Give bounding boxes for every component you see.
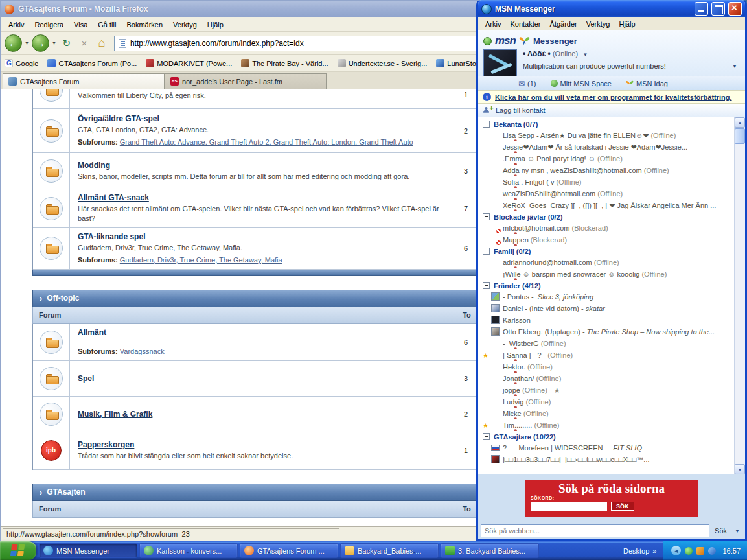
- forum-link[interactable]: Musik, Film & Grafik: [78, 410, 449, 419]
- contact-list-row[interactable]: |□□1□□3□3□□7□□| |□□•□□i□□w□□e□□X□□™... |…: [478, 454, 734, 465]
- desktop-chevron-icon[interactable]: »: [652, 547, 656, 555]
- msn-menu-item[interactable]: Arkiv: [481, 19, 505, 29]
- contact-list-row[interactable]: adriannorlund@hotmail.com adriannorlund@…: [478, 257, 734, 268]
- close-button[interactable]: [728, 2, 742, 16]
- contact-list-row[interactable]: ¡Wille ☺ barspin med snowracer ☺ kooolig…: [478, 268, 734, 280]
- hide-icons-chevron[interactable]: ◄: [671, 546, 681, 555]
- firefox-menu-item[interactable]: Visa: [69, 19, 93, 30]
- web-search-input[interactable]: [481, 524, 709, 537]
- taskbar-button[interactable]: MSN Messenger: [39, 543, 137, 558]
- home-button[interactable]: ⌂: [94, 36, 109, 51]
- tray-notification-icon[interactable]: [696, 547, 704, 555]
- url-text[interactable]: http://www.gtasajten.com/forum/index.php…: [130, 39, 304, 48]
- msn-menu-item[interactable]: Kontakter: [505, 19, 545, 29]
- contact-list-row[interactable]: mfcbot@hotmail.com mfcbot@hotmail.com (B…: [478, 222, 734, 234]
- firefox-menu-item[interactable]: Gå till: [93, 19, 121, 30]
- bookmark-item[interactable]: Google: [5, 59, 38, 67]
- start-button[interactable]: [0, 541, 36, 560]
- group-collapse-icon[interactable]: [483, 248, 490, 255]
- add-contact-row[interactable]: Lägg till kontakt: [478, 104, 745, 117]
- browser-tab[interactable]: nor_adde's User Page - Last.fm: [165, 73, 327, 89]
- ad-banner[interactable]: Sök på röda sidorna SÖKORD: SÖK: [525, 480, 698, 517]
- forward-dropdown-icon[interactable]: ▼: [52, 41, 56, 45]
- contact-list-row[interactable]: .Emma ☺ Pool paryt idag! ☺ .Emma ☺ Pool …: [478, 153, 734, 165]
- firefox-menu-item[interactable]: Redigera: [29, 19, 69, 30]
- contact-list-row[interactable]: Adda ny msn , weaZisDashiiit@hotmail.com…: [478, 165, 734, 176]
- scroll-thumb[interactable]: [735, 128, 745, 144]
- scroll-up-icon[interactable]: ▲: [735, 117, 745, 128]
- contact-list-row[interactable]: Blockade jävlar (0/2) Blockade jävlar (0…: [478, 211, 734, 222]
- contact-list-row[interactable]: Lisa Sepp - Arsén★ Du va jätte fin ELLEN…: [478, 130, 734, 141]
- contact-list-row[interactable]: Ludvig Ludvig (Offline): [478, 396, 734, 408]
- group-collapse-icon[interactable]: [483, 213, 490, 220]
- group-collapse-icon[interactable]: [483, 121, 490, 128]
- contact-list-row[interactable]: Otto Ekberg. (Upptagen) - Otto Ekberg. (…: [478, 326, 734, 338]
- forum-link[interactable]: Modding: [78, 161, 449, 170]
- contact-list-row[interactable]: Hektor. Hektor. (Offline): [478, 361, 734, 373]
- firefox-menu-item[interactable]: Arkiv: [3, 19, 29, 30]
- taskbar-button[interactable]: Karlsson - konvers...: [139, 543, 238, 558]
- subforum-links[interactable]: Grand Theft Auto: Advance, Grand Theft A…: [120, 138, 413, 146]
- forum-link[interactable]: Papperskorgen: [78, 440, 449, 449]
- back-button[interactable]: ←: [5, 34, 22, 52]
- taskbar-button[interactable]: GTAsajtens Forum ...: [240, 543, 338, 558]
- firefox-menu-item[interactable]: Verktyg: [168, 19, 202, 30]
- forum-link[interactable]: Övriga/äldre GTA-spel: [78, 114, 449, 123]
- subforum-links[interactable]: Gudfadern, Driv3r, True Crime, The Getaw…: [120, 256, 282, 264]
- mail-link[interactable]: ✉ (1): [518, 79, 536, 88]
- bookmark-item[interactable]: GTAsajtens Forum (Po...: [47, 59, 137, 67]
- group-collapse-icon[interactable]: [483, 433, 490, 440]
- search-dropdown-icon[interactable]: ▼: [735, 528, 740, 534]
- web-search-button[interactable]: Sök: [715, 527, 727, 535]
- contact-list-row[interactable]: Jonathan/ Jonathan/ (Offline): [478, 373, 734, 384]
- message-dropdown-icon[interactable]: ▼: [732, 64, 740, 69]
- status-dropdown-icon[interactable]: ▼: [582, 52, 588, 58]
- scroll-down-icon[interactable]: ▼: [735, 464, 745, 474]
- ad-search-button[interactable]: SÖK: [611, 502, 634, 511]
- contact-list-row[interactable]: Daniel - (Inte vid datorn) - Daniel - (I…: [478, 303, 734, 314]
- msn-space-link[interactable]: Mitt MSN Space: [551, 80, 612, 88]
- contact-list-row[interactable]: GTAsajtare (10/22) GTAsajtare (10/22): [478, 431, 734, 442]
- taskbar-button[interactable]: 3. Backyard Babies...: [441, 543, 539, 558]
- bookmark-item[interactable]: The Pirate Bay - Värld...: [241, 59, 328, 67]
- msn-menu-item[interactable]: Åtgärder: [546, 19, 582, 29]
- bookmark-item[interactable]: MODARKIVET (Powe...: [146, 59, 232, 67]
- msn-titlebar[interactable]: MSN Messenger: [478, 0, 745, 18]
- msn-today-link[interactable]: MSN Idag: [626, 80, 668, 88]
- ad-search-input[interactable]: [531, 502, 607, 511]
- avatar[interactable]: [483, 49, 517, 79]
- contact-list-row[interactable]: - WistberG - WistberG (Offline): [478, 338, 734, 349]
- back-dropdown-icon[interactable]: ▼: [25, 41, 29, 45]
- desktop-toolbar[interactable]: Desktop »: [615, 544, 663, 558]
- reload-button[interactable]: ↻: [59, 36, 75, 51]
- contact-list-row[interactable]: Sofia . Fritjjof ( v Sofia . Fritjjof ( …: [478, 176, 734, 188]
- bookmark-item[interactable]: LunarStorm: [436, 59, 482, 67]
- section-title[interactable]: Off-topic: [47, 294, 79, 303]
- contact-list-row[interactable]: Karlsson Karlsson: [478, 314, 734, 326]
- contact-list-row[interactable]: | Sanna | - ? - | Sanna | - ? - (Offline…: [478, 349, 734, 361]
- subforum-links[interactable]: Vardagssnack: [120, 347, 165, 355]
- forum-link[interactable]: Spel: [78, 374, 449, 383]
- msn-menu-item[interactable]: Verktyg: [582, 19, 615, 29]
- contact-list-row[interactable]: joppe joppe (Offline) - ★: [478, 384, 734, 396]
- firefox-menu-item[interactable]: Hjälp: [202, 19, 229, 30]
- contact-list-row[interactable]: Micke Micke (Offline): [478, 408, 734, 419]
- forward-button[interactable]: →: [32, 34, 49, 52]
- tray-volume-icon[interactable]: [708, 547, 716, 555]
- contact-list-row[interactable]: XeRoX_Goes_Crazy ][_, ([]) ][_, | ❤ Jag …: [478, 200, 734, 211]
- msn-menu-item[interactable]: Hjälp: [614, 19, 639, 29]
- url-bar[interactable]: http://www.gtasajten.com/forum/index.php…: [114, 36, 478, 51]
- quality-notification-link[interactable]: Klicka här om du vill veta mer om progra…: [495, 93, 732, 101]
- bookmark-item[interactable]: Undertexter.se - Sverig...: [338, 59, 428, 67]
- contact-list-row[interactable]: - Pontus - - Pontus - Skcc 3, jönköping: [478, 291, 734, 303]
- contact-list-row[interactable]: Jessie❤Adam❤ Är så förälskad i Jessie ❤A…: [478, 141, 734, 153]
- minimize-button[interactable]: [695, 2, 708, 16]
- maximize-button[interactable]: [711, 2, 725, 16]
- group-collapse-icon[interactable]: [483, 282, 490, 289]
- taskbar-button[interactable]: Backyard_Babies-...: [340, 543, 439, 558]
- contact-list-row[interactable]: Familj (0/2) Familj (0/2): [478, 246, 734, 257]
- contact-list-row[interactable]: Fränder (4/12) Fränder (4/12): [478, 280, 734, 291]
- contact-list-row[interactable]: weaZisDaShiiit@hotmail.com weaZisDaShiii…: [478, 188, 734, 200]
- personal-message[interactable]: Multiplication can produce powerful numb…: [523, 62, 740, 70]
- contact-list-row[interactable]: Muppen Muppen (Blockerad): [478, 234, 734, 246]
